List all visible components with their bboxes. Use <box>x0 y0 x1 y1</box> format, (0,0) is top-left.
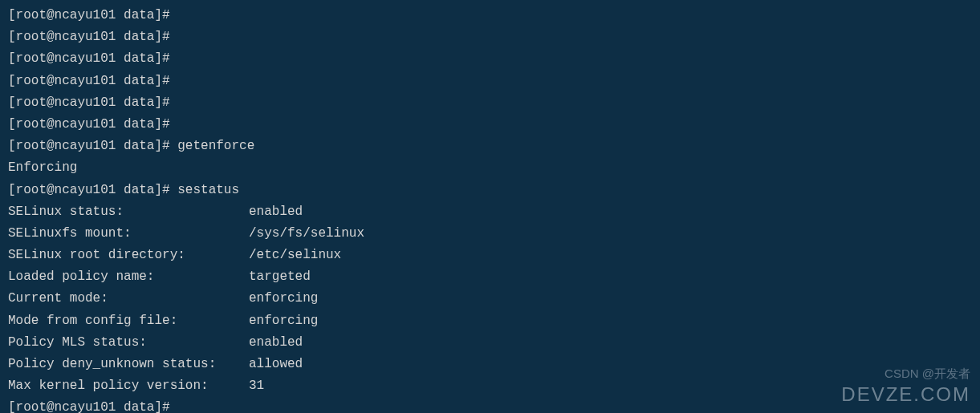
sestatus-row: Max kernel policy version:31 <box>8 375 972 397</box>
sestatus-value: /etc/selinux <box>249 245 341 266</box>
sestatus-key: Current mode: <box>8 288 249 310</box>
sestatus-row: Mode from config file:enforcing <box>8 310 972 332</box>
sestatus-value: /sys/fs/selinux <box>249 223 364 245</box>
sestatus-row: Current mode:enforcing <box>8 288 972 310</box>
sestatus-value: enabled <box>249 332 303 354</box>
sestatus-row: SELinux status:enabled <box>8 201 972 223</box>
shell-prompt: [root@ncayu101 data]# <box>8 26 972 48</box>
sestatus-row: SELinuxfs mount:/sys/fs/selinux <box>8 223 972 245</box>
sestatus-key: Policy deny_unknown status: <box>8 354 249 375</box>
sestatus-key: Max kernel policy version: <box>8 375 249 397</box>
shell-prompt: [root@ncayu101 data]# <box>8 397 972 413</box>
shell-command-getenforce: [root@ncayu101 data]# getenforce <box>8 136 972 157</box>
sestatus-row: Loaded policy name:targeted <box>8 266 972 288</box>
sestatus-value: enforcing <box>249 310 318 332</box>
shell-prompt: [root@ncayu101 data]# <box>8 114 972 136</box>
sestatus-row: Policy MLS status:enabled <box>8 332 972 354</box>
sestatus-key: SELinuxfs mount: <box>8 223 249 245</box>
shell-prompt: [root@ncayu101 data]# <box>8 92 972 114</box>
shell-prompt: [root@ncayu101 data]# <box>8 71 972 92</box>
terminal-output[interactable]: [root@ncayu101 data]#[root@ncayu101 data… <box>8 5 972 413</box>
sestatus-key: Policy MLS status: <box>8 332 249 354</box>
sestatus-key: Loaded policy name: <box>8 266 249 288</box>
sestatus-value: enabled <box>249 201 303 223</box>
sestatus-value: allowed <box>249 354 303 375</box>
sestatus-value: 31 <box>249 375 264 397</box>
sestatus-value: targeted <box>249 266 311 288</box>
shell-command-sestatus: [root@ncayu101 data]# sestatus <box>8 180 972 201</box>
sestatus-key: Mode from config file: <box>8 310 249 332</box>
shell-prompt: [root@ncayu101 data]# <box>8 5 972 26</box>
sestatus-value: enforcing <box>249 288 318 310</box>
getenforce-output: Enforcing <box>8 157 972 179</box>
shell-prompt: [root@ncayu101 data]# <box>8 48 972 70</box>
sestatus-key: SELinux status: <box>8 201 249 223</box>
sestatus-row: Policy deny_unknown status:allowed <box>8 354 972 375</box>
sestatus-row: SELinux root directory:/etc/selinux <box>8 245 972 266</box>
sestatus-key: SELinux root directory: <box>8 245 249 266</box>
